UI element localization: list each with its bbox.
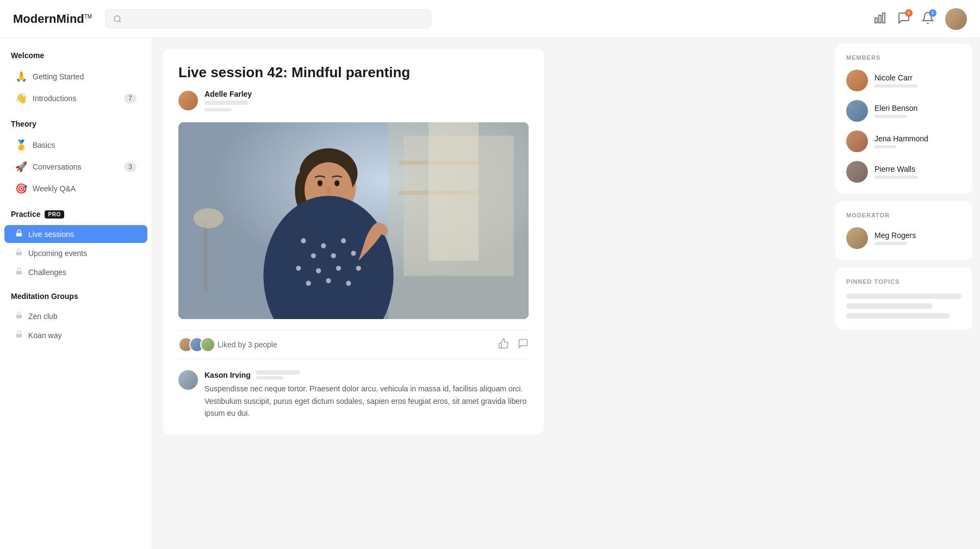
- comment-author-row: Kason Irving: [204, 370, 529, 379]
- member-bar-pierre: [874, 176, 918, 179]
- liked-avatar-3: [200, 337, 215, 352]
- svg-rect-8: [16, 334, 22, 337]
- member-row: Jena Hammond: [846, 130, 962, 152]
- target-icon: 🎯: [15, 183, 27, 195]
- author-name: Adelle Farley: [204, 90, 252, 98]
- svg-point-34: [336, 266, 341, 271]
- lock-icon-live: [15, 229, 23, 239]
- notifications-icon[interactable]: 1: [921, 11, 934, 27]
- member-name-pierre: Pierre Walls: [874, 165, 962, 173]
- member-row: Pierre Walls: [846, 161, 962, 183]
- svg-point-21: [318, 180, 322, 186]
- search-input[interactable]: [126, 14, 423, 23]
- leaderboard-icon[interactable]: [873, 11, 886, 27]
- svg-point-29: [311, 253, 316, 258]
- header-actions: 2 1: [873, 8, 967, 30]
- sidebar-item-live-sessions[interactable]: Live sessions: [4, 225, 147, 243]
- lock-icon-koan: [15, 330, 23, 340]
- sidebar-section-practice: Practice PRO Live sessions Upcoming even…: [0, 210, 152, 281]
- main-layout: Welcome 🙏 Getting Started 👋 Introduction…: [0, 38, 980, 549]
- svg-point-35: [356, 266, 361, 271]
- interactions-row: Liked by 3 people: [178, 330, 529, 359]
- notifications-badge: 1: [929, 9, 936, 17]
- video-image: [178, 122, 529, 319]
- rocket-icon: 🚀: [15, 161, 27, 173]
- sidebar-item-zen-club[interactable]: Zen club: [4, 307, 147, 325]
- svg-point-22: [334, 180, 339, 186]
- author-meta-bar: [204, 101, 248, 105]
- svg-rect-16: [429, 122, 479, 261]
- pinned-bar-3: [846, 313, 950, 319]
- member-avatar-nicole: [846, 70, 868, 91]
- member-bar-eleri: [874, 115, 907, 118]
- member-info-eleri: Eleri Benson: [874, 104, 962, 118]
- user-avatar-image: [945, 8, 967, 30]
- messages-icon[interactable]: 2: [897, 11, 910, 27]
- sidebar-item-conversations[interactable]: 🚀 Conversations 3: [4, 157, 147, 177]
- svg-point-37: [326, 278, 331, 283]
- svg-rect-5: [16, 252, 22, 255]
- sidebar-section-practice-label: Practice PRO: [0, 210, 152, 224]
- sidebar-item-introductions-label: Introductions: [33, 94, 119, 103]
- sidebar-section-theory-label: Theory: [0, 120, 152, 134]
- commenter-meta-bar: [256, 370, 300, 375]
- logo: ModernMindTM: [13, 12, 92, 26]
- member-name-jena: Jena Hammond: [874, 134, 962, 143]
- medal-icon: 🥇: [15, 139, 27, 151]
- post-title: Live session 42: Mindful parenting: [178, 64, 529, 81]
- moderator-card: MODERATOR Meg Rogers: [835, 201, 972, 260]
- sidebar-section-welcome-label: Welcome: [0, 51, 152, 65]
- conversations-badge: 3: [124, 162, 137, 172]
- svg-point-23: [326, 187, 331, 194]
- svg-point-31: [351, 251, 356, 255]
- member-bar-nicole: [874, 84, 918, 88]
- sidebar-item-koan-way[interactable]: Koan way: [4, 326, 147, 344]
- svg-rect-14: [203, 221, 207, 291]
- sidebar-item-getting-started-label: Getting Started: [33, 72, 137, 81]
- wave-icon: 👋: [15, 92, 27, 104]
- search-bar[interactable]: [105, 9, 431, 28]
- svg-rect-7: [16, 315, 22, 318]
- liked-avatars: [178, 337, 211, 352]
- moderator-avatar: [846, 227, 868, 249]
- svg-point-27: [321, 244, 326, 248]
- svg-rect-3: [883, 13, 885, 23]
- svg-rect-4: [16, 233, 22, 236]
- pray-icon: 🙏: [15, 71, 27, 83]
- svg-rect-1: [875, 18, 877, 23]
- sidebar-item-challenges[interactable]: Challenges: [4, 263, 147, 281]
- member-name-eleri: Eleri Benson: [874, 104, 962, 113]
- sidebar-item-upcoming-events[interactable]: Upcoming events: [4, 244, 147, 262]
- user-avatar[interactable]: [945, 8, 967, 30]
- svg-point-38: [346, 281, 351, 286]
- sidebar-item-introductions[interactable]: 👋 Introductions 7: [4, 88, 147, 109]
- comment-row: Kason Irving Suspendisse nec neque torto…: [178, 370, 529, 419]
- author-meta-bar2: [204, 108, 232, 111]
- member-info-pierre: Pierre Walls: [874, 165, 962, 179]
- sidebar-item-live-sessions-label: Live sessions: [28, 230, 137, 239]
- svg-point-28: [341, 238, 346, 243]
- sidebar-item-basics[interactable]: 🥇 Basics: [4, 135, 147, 155]
- sidebar-item-getting-started[interactable]: 🙏 Getting Started: [4, 66, 147, 87]
- moderator-label: MODERATOR: [846, 212, 962, 219]
- comment-button[interactable]: [518, 338, 529, 352]
- header: ModernMindTM 2 1: [0, 0, 980, 38]
- member-info-nicole: Nicole Carr: [874, 73, 962, 88]
- moderator-name: Meg Rogers: [874, 231, 962, 240]
- pinned-topics-card: PINNED TOPICS: [835, 267, 972, 329]
- svg-point-30: [331, 253, 336, 258]
- video-placeholder: [178, 122, 529, 319]
- moderator-info: Meg Rogers: [874, 231, 962, 245]
- video-thumbnail[interactable]: [178, 122, 529, 319]
- commenter-meta-bar2: [256, 376, 283, 379]
- action-icons: [498, 338, 529, 352]
- sidebar: Welcome 🙏 Getting Started 👋 Introduction…: [0, 38, 152, 549]
- search-icon: [113, 15, 122, 23]
- sidebar-item-basics-label: Basics: [33, 141, 137, 149]
- moderator-bar: [874, 242, 907, 245]
- member-row: Eleri Benson: [846, 100, 962, 122]
- member-info-jena: Jena Hammond: [874, 134, 962, 148]
- sidebar-item-weekly-qa[interactable]: 🎯 Weekly Q&A: [4, 178, 147, 199]
- svg-point-0: [114, 16, 120, 22]
- like-button[interactable]: [498, 338, 509, 352]
